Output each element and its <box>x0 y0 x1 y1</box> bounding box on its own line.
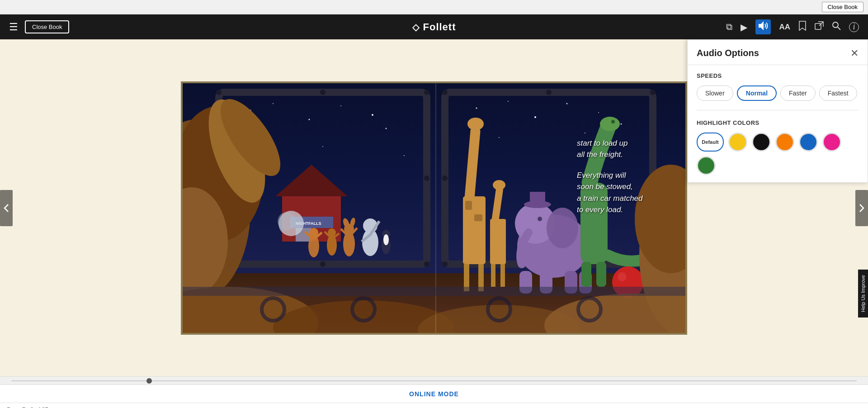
svg-point-17 <box>650 90 656 95</box>
color-default-button[interactable]: Default <box>697 133 724 152</box>
speed-buttons-group: Slower Normal Faster Fastest <box>697 85 859 101</box>
svg-rect-73 <box>463 196 486 264</box>
svg-point-106 <box>418 305 580 335</box>
speed-fastest-button[interactable]: Fastest <box>819 85 857 101</box>
logo-text: Follett <box>423 21 456 33</box>
color-blue-button[interactable] <box>799 133 818 152</box>
svg-point-37 <box>621 123 622 124</box>
info-icon[interactable]: i <box>849 22 859 32</box>
svg-text:NIGHTFALLS: NIGHTFALLS <box>296 221 321 226</box>
svg-point-41 <box>404 155 405 156</box>
svg-point-115 <box>578 298 601 321</box>
fullscreen-icon[interactable]: ⧉ <box>726 22 732 32</box>
audio-icon[interactable] <box>755 19 771 34</box>
audio-options-panel: Audio Options ✕ SPEEDS Slower Normal Fas… <box>687 39 868 183</box>
text-size-icon[interactable]: AA <box>779 23 790 32</box>
svg-rect-80 <box>490 219 506 264</box>
svg-rect-111 <box>183 287 687 296</box>
svg-line-69 <box>362 235 370 242</box>
svg-point-38 <box>499 137 500 138</box>
svg-point-57 <box>328 228 336 237</box>
svg-rect-79 <box>478 264 484 291</box>
speeds-section-title: SPEEDS <box>697 72 859 79</box>
svg-point-26 <box>309 119 310 120</box>
logo: ◇ Follett <box>412 21 456 33</box>
svg-point-45 <box>197 92 277 210</box>
svg-point-56 <box>327 235 337 256</box>
svg-point-12 <box>320 261 326 267</box>
svg-rect-94 <box>579 271 592 294</box>
svg-rect-91 <box>519 271 532 294</box>
svg-line-58 <box>325 232 332 239</box>
svg-rect-92 <box>540 271 552 294</box>
svg-rect-93 <box>565 271 577 294</box>
external-link-icon[interactable] <box>815 21 824 33</box>
play-icon[interactable]: ▶ <box>741 22 747 33</box>
status-bar: Page 7 · 8 of 37 <box>0 403 868 408</box>
progress-thumb[interactable] <box>146 378 152 384</box>
close-audio-panel-button[interactable]: ✕ <box>850 48 859 58</box>
speed-faster-button[interactable]: Faster <box>780 85 816 101</box>
svg-point-28 <box>372 114 373 116</box>
svg-point-96 <box>600 117 620 131</box>
audio-panel-header: Audio Options ✕ <box>688 40 868 65</box>
svg-point-40 <box>241 164 242 165</box>
svg-point-36 <box>598 112 599 113</box>
svg-rect-47 <box>282 196 341 242</box>
svg-rect-49 <box>290 217 333 228</box>
svg-point-75 <box>467 118 484 130</box>
svg-point-10 <box>424 261 429 267</box>
logo-diamond-icon: ◇ <box>412 22 420 33</box>
color-orange-button[interactable] <box>775 133 794 152</box>
svg-point-89 <box>524 201 551 208</box>
svg-point-32 <box>476 107 477 109</box>
color-green-button[interactable] <box>697 156 716 175</box>
svg-point-61 <box>344 224 354 234</box>
svg-point-71 <box>382 230 390 238</box>
color-yellow-button[interactable] <box>728 133 747 152</box>
help-us-improve-tab[interactable]: Help Us Improve <box>858 270 868 318</box>
header-right: ⧉ ▶ AA i <box>726 19 859 34</box>
svg-point-31 <box>322 146 323 147</box>
progress-line[interactable] <box>11 380 857 381</box>
svg-point-70 <box>382 236 391 254</box>
svg-point-113 <box>352 298 375 321</box>
book-text-line2: all the freight. <box>577 150 623 159</box>
svg-rect-74 <box>464 128 481 201</box>
book-text-line4: soon be stowed, <box>577 182 633 191</box>
panel-scroll-area[interactable]: SPEEDS Slower Normal Faster Fastest HIGH… <box>688 65 868 182</box>
svg-point-72 <box>383 234 389 245</box>
svg-point-112 <box>262 298 284 321</box>
prev-page-button[interactable] <box>0 190 13 226</box>
close-book-header-button[interactable]: Close Book <box>25 20 69 33</box>
svg-point-39 <box>585 133 585 133</box>
svg-point-21 <box>546 261 552 267</box>
search-icon[interactable] <box>832 21 841 33</box>
svg-point-114 <box>488 298 510 321</box>
svg-point-35 <box>566 103 568 104</box>
page-info: Page 7 · 8 of 37 <box>7 406 48 408</box>
svg-point-100 <box>612 266 644 298</box>
svg-point-16 <box>442 90 448 95</box>
svg-point-20 <box>546 90 552 95</box>
hamburger-icon[interactable]: ☰ <box>9 21 18 33</box>
svg-point-19 <box>650 261 656 267</box>
bookmark-icon[interactable] <box>798 21 807 33</box>
color-black-button[interactable] <box>752 133 771 152</box>
svg-line-55 <box>314 232 322 239</box>
close-book-top-button[interactable]: Close Book <box>822 2 863 12</box>
next-page-button[interactable] <box>855 190 868 226</box>
svg-rect-78 <box>464 264 469 291</box>
color-pink-button[interactable] <box>822 133 841 152</box>
svg-rect-90 <box>530 192 545 204</box>
svg-rect-81 <box>491 187 504 223</box>
svg-point-14 <box>424 176 429 181</box>
svg-point-7 <box>216 90 222 95</box>
highlight-section-title: HIGHLIGHT COLORS <box>697 119 859 126</box>
svg-point-107 <box>544 294 687 335</box>
speed-slower-button[interactable]: Slower <box>697 85 733 101</box>
speed-normal-button[interactable]: Normal <box>737 85 777 101</box>
svg-point-34 <box>534 116 536 118</box>
svg-line-62 <box>341 229 349 237</box>
svg-point-65 <box>349 217 356 228</box>
